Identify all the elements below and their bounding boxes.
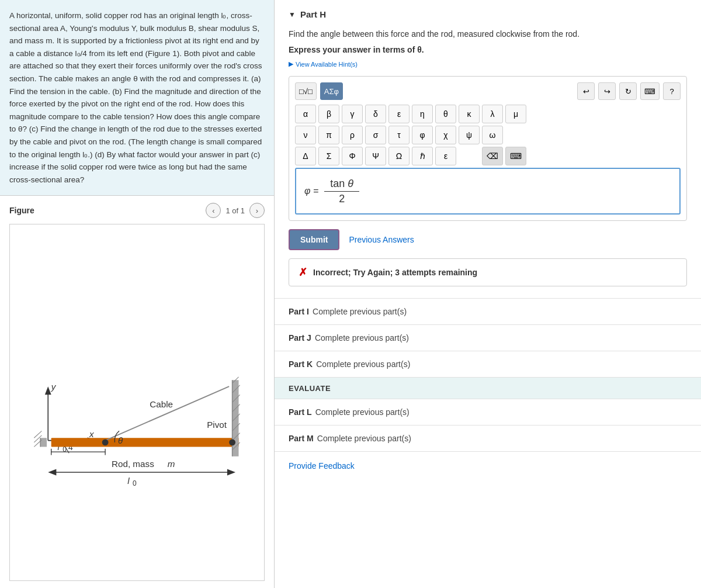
error-text: Incorrect; Try Again; 3 attempts remaini… xyxy=(313,268,477,277)
svg-line-29 xyxy=(34,431,41,438)
greek-row-3: Δ Σ Φ Ψ Ω ℏ ε ⌫ ⌨ xyxy=(295,147,681,165)
greek-epsilon[interactable]: ε xyxy=(388,105,410,123)
part-j-section: Part J Complete previous part(s) xyxy=(275,325,701,351)
figure-section: Figure ‹ 1 of 1 › y x xyxy=(0,196,274,588)
refresh-icon: ↻ xyxy=(625,87,631,96)
svg-text:x: x xyxy=(89,429,95,439)
sqrt-btn[interactable]: □√□ xyxy=(295,82,317,100)
svg-text:Cable: Cable xyxy=(150,399,173,409)
svg-rect-27 xyxy=(40,438,47,447)
part-h-question: Find the angle between this force and th… xyxy=(289,27,687,40)
help-btn[interactable]: ? xyxy=(663,82,681,100)
greek-row-2: ν π ρ σ τ φ χ ψ ω xyxy=(295,126,681,144)
figure-header: Figure ‹ 1 of 1 › xyxy=(9,203,265,218)
part-k-label: Part K xyxy=(289,359,313,369)
greek-lambda[interactable]: λ xyxy=(482,105,503,123)
svg-text:l: l xyxy=(127,476,130,486)
greek-delta[interactable]: δ xyxy=(365,105,386,123)
refresh-btn[interactable]: ↻ xyxy=(619,82,637,100)
error-box: ✗ Incorrect; Try Again; 3 attempts remai… xyxy=(289,258,687,286)
part-k-section: Part K Complete previous part(s) xyxy=(275,351,701,378)
prev-figure-btn[interactable]: ‹ xyxy=(206,203,221,218)
error-icon: ✗ xyxy=(299,266,307,279)
greek-beta[interactable]: β xyxy=(318,105,339,123)
part-h-section: ▼ Part H Find the angle between this for… xyxy=(275,0,701,299)
greek-rho[interactable]: ρ xyxy=(342,126,363,144)
undo-btn[interactable]: ↩ xyxy=(577,82,595,100)
greek-row-1: α β γ δ ε η θ κ λ μ xyxy=(295,105,681,123)
previous-answers-link[interactable]: Previous Answers xyxy=(349,235,414,244)
svg-text:Pivot: Pivot xyxy=(207,420,227,430)
greek-theta[interactable]: θ xyxy=(435,105,456,123)
greek-psi-upper[interactable]: Ψ xyxy=(365,147,386,165)
greek-delta-upper[interactable]: Δ xyxy=(295,147,316,165)
part-h-instruction: Express your answer in terms of θ. xyxy=(289,45,687,54)
part-m-section: Part M Complete previous part(s) xyxy=(275,426,701,452)
svg-marker-1 xyxy=(45,386,51,395)
figure-diagram: y x l 0 4 Cable Pivot xyxy=(9,224,265,581)
greek-chi[interactable]: χ xyxy=(435,126,456,144)
svg-marker-36 xyxy=(48,469,56,476)
greek-btn[interactable]: AΣφ xyxy=(320,82,343,100)
greek-phi-upper[interactable]: Φ xyxy=(342,147,363,165)
hint-arrow: ▶ xyxy=(289,60,293,68)
greek-gamma[interactable]: γ xyxy=(342,105,363,123)
next-figure-btn[interactable]: › xyxy=(249,203,265,218)
math-toolbar-top: □√□ AΣφ ↩ ↪ ↻ ⌨ ? xyxy=(295,82,681,100)
greek-tau[interactable]: τ xyxy=(388,126,410,144)
greek-kappa[interactable]: κ xyxy=(459,105,480,123)
math-expression: tan θ 2 xyxy=(324,178,359,205)
greek-eta[interactable]: η xyxy=(412,105,433,123)
right-panel: ▼ Part H Find the angle between this for… xyxy=(275,0,701,588)
greek-pi[interactable]: π xyxy=(318,126,339,144)
feedback-link[interactable]: Provide Feedback xyxy=(275,452,701,480)
redo-btn[interactable]: ↪ xyxy=(598,82,616,100)
greek-varepsilon[interactable]: ε xyxy=(435,147,456,165)
help-icon: ? xyxy=(669,87,674,96)
problem-text: A horizontal, uniform, solid copper rod … xyxy=(0,0,274,196)
keyboard-btn[interactable]: ⌨ xyxy=(640,82,660,100)
greek-sigma-lower[interactable]: σ xyxy=(365,126,386,144)
figure-svg: y x l 0 4 Cable Pivot xyxy=(10,224,264,580)
part-h-label: Part H xyxy=(300,9,326,19)
greek-omega[interactable]: ω xyxy=(482,126,503,144)
evaluate-section: EVALUATE xyxy=(275,378,701,399)
greek-sigma-upper[interactable]: Σ xyxy=(318,147,339,165)
svg-rect-13 xyxy=(51,438,239,447)
math-denominator: 2 xyxy=(339,193,345,205)
svg-text:y: y xyxy=(51,382,57,392)
left-panel: A horizontal, uniform, solid copper rod … xyxy=(0,0,275,588)
svg-text:0: 0 xyxy=(133,479,137,487)
collapse-arrow[interactable]: ▼ xyxy=(289,11,296,19)
hint-link[interactable]: ▶ View Available Hint(s) xyxy=(289,60,687,68)
svg-point-33 xyxy=(229,440,235,446)
greek-phi[interactable]: φ xyxy=(412,126,433,144)
greek-hbar[interactable]: ℏ xyxy=(412,147,433,165)
evaluate-label: EVALUATE xyxy=(289,384,331,393)
part-i-label: Part I xyxy=(289,307,309,316)
submit-row: Submit Previous Answers xyxy=(289,229,687,250)
greek-omega-upper[interactable]: Ω xyxy=(388,147,410,165)
part-h-header: ▼ Part H xyxy=(289,9,687,19)
fraction-line xyxy=(324,191,359,192)
part-m-text: Complete previous part(s) xyxy=(317,434,411,443)
svg-point-32 xyxy=(102,440,109,446)
greek-nu[interactable]: ν xyxy=(295,126,316,144)
math-input-area[interactable]: φ = tan θ 2 xyxy=(295,168,681,215)
greek-alpha[interactable]: α xyxy=(295,105,316,123)
part-j-text: Complete previous part(s) xyxy=(315,333,409,343)
keyboard-toggle-btn[interactable]: ⌨ xyxy=(505,147,526,165)
greek-label: AΣφ xyxy=(324,87,339,96)
figure-nav: ‹ 1 of 1 › xyxy=(206,203,265,218)
svg-marker-37 xyxy=(227,469,235,476)
svg-text:Rod, mass: Rod, mass xyxy=(112,459,154,469)
part-i-text: Complete previous part(s) xyxy=(313,307,407,316)
greek-psi[interactable]: ψ xyxy=(459,126,480,144)
part-j-label: Part J xyxy=(289,333,311,343)
part-i-section: Part I Complete previous part(s) xyxy=(275,299,701,325)
backspace-btn[interactable]: ⌫ xyxy=(482,147,503,165)
sqrt-icon: □√□ xyxy=(299,87,313,96)
greek-mu[interactable]: μ xyxy=(505,105,526,123)
hint-label: View Available Hint(s) xyxy=(296,61,358,68)
submit-button[interactable]: Submit xyxy=(289,229,339,250)
